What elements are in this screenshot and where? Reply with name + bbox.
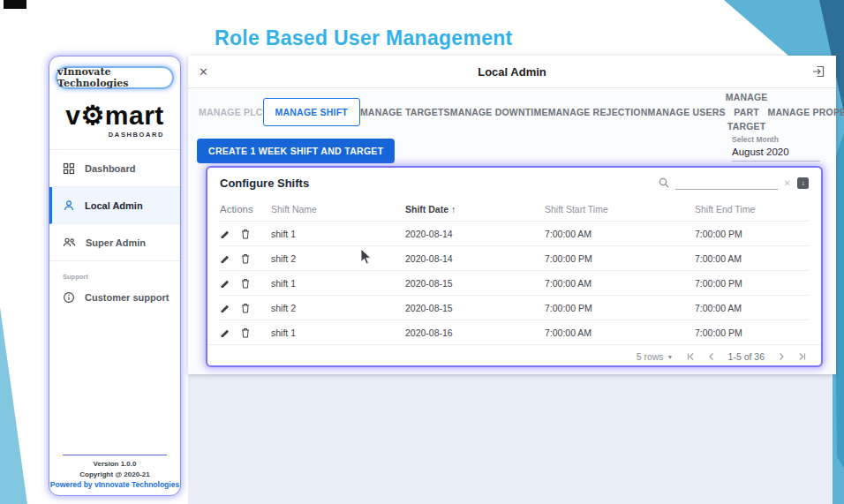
edit-icon[interactable]	[220, 229, 230, 238]
month-select-label: Select Month	[732, 135, 820, 144]
support-section-label: Support	[63, 273, 180, 281]
tab-manage-rejection[interactable]: MANAGE REJECTION	[548, 107, 648, 117]
chevron-down-icon: ▼	[667, 354, 674, 360]
export-icon[interactable]: ↓	[797, 177, 809, 189]
window-title: Local Admin	[188, 65, 836, 79]
brand-subtitle: DASHBOARD	[49, 131, 180, 139]
sidebar-item-label: Dashboard	[85, 163, 135, 174]
cell-shift-name: shift 1	[271, 327, 405, 338]
delete-icon[interactable]	[241, 253, 250, 264]
cell-shift-end: 7:00:00 PM	[695, 278, 809, 289]
sidebar: vInnovate Technologies v⚙mart DASHBOARD …	[49, 56, 181, 496]
page-title: Role Based User Management	[215, 26, 513, 50]
edit-icon[interactable]	[220, 327, 230, 337]
slide-corner-mark	[4, 0, 26, 9]
next-page-icon[interactable]	[777, 352, 786, 361]
info-icon	[63, 291, 75, 304]
cell-shift-date: 2020-08-14	[405, 253, 545, 264]
cell-shift-name: shift 1	[271, 278, 405, 289]
sidebar-item-label: Super Admin	[86, 237, 146, 248]
col-shift-start[interactable]: Shift Start Time	[545, 204, 695, 214]
cell-shift-start: 7:00:00 AM	[545, 327, 695, 338]
edit-icon[interactable]	[220, 278, 230, 288]
month-select-value[interactable]: August 2020	[732, 144, 820, 162]
sidebar-item-label: Local Admin	[85, 200, 143, 211]
sidebar-item-label: Customer support	[85, 292, 169, 303]
cell-shift-end: 7:00:00 AM	[695, 303, 809, 313]
col-actions: Actions	[220, 204, 271, 214]
search-input[interactable]	[675, 177, 778, 190]
tab-bar: MANAGE PLC MANAGE SHIFT MANAGE TARGETS M…	[188, 93, 836, 132]
clear-search-icon[interactable]: ✕	[784, 178, 791, 188]
shifts-table: Actions Shift Name Shift Date ↑ Shift St…	[207, 198, 821, 344]
vsmart-brand: v⚙mart	[49, 102, 180, 129]
local-admin-window: ✕ Local Admin MANAGE PLC MANAGE SHIFT MA…	[188, 56, 836, 374]
search-icon	[659, 177, 669, 188]
cell-shift-date: 2020-08-14	[405, 229, 545, 239]
people-icon	[63, 237, 76, 248]
tab-manage-plc[interactable]: MANAGE PLC	[199, 107, 263, 117]
search-group: ✕ ↓	[659, 177, 809, 190]
tab-manage-users[interactable]: MANAGE USERS	[648, 107, 726, 117]
powered-by-text: Powered by vInnovate Technologies	[49, 479, 180, 491]
sidebar-item-super-admin[interactable]: Super Admin	[49, 224, 180, 261]
copyright-text: Copyright @ 2020-21	[49, 470, 180, 480]
cell-shift-name: shift 2	[271, 303, 405, 313]
cell-shift-end: 7:00:00 PM	[695, 327, 809, 338]
cell-shift-end: 7:00:00 AM	[695, 253, 809, 264]
cell-shift-start: 7:00:00 AM	[545, 229, 695, 239]
cell-shift-date: 2020-08-15	[405, 278, 545, 289]
sidebar-item-local-admin[interactable]: Local Admin	[49, 187, 180, 224]
rows-per-page-select[interactable]: 5 rows ▼	[637, 351, 674, 362]
cell-shift-start: 7:00:00 PM	[545, 253, 695, 264]
sort-asc-icon: ↑	[451, 204, 456, 214]
pagination-bar: 5 rows ▼ 1-5 of 36	[207, 344, 821, 368]
cell-shift-date: 2020-08-15	[405, 303, 545, 313]
edit-icon[interactable]	[220, 253, 230, 263]
card-title: Configure Shifts	[220, 177, 309, 190]
table-row: shift 1 2020-08-16 7:00:00 AM 7:00:00 PM	[220, 320, 809, 344]
tab-manage-downtime[interactable]: MANAGE DOWNTIME	[450, 107, 548, 117]
table-header-row: Actions Shift Name Shift Date ↑ Shift St…	[220, 198, 809, 221]
tab-manage-property[interactable]: MANAGE PROPERTY	[768, 107, 844, 117]
slide-canvas: Role Based User Management ✕ Local Admin…	[0, 0, 844, 504]
delete-icon[interactable]	[241, 278, 250, 289]
edit-icon[interactable]	[220, 303, 230, 312]
sidebar-item-dashboard[interactable]: Dashboard	[49, 150, 180, 187]
card-header: Configure Shifts ✕ ↓	[207, 168, 821, 198]
vinnovate-logo: vInnovate Technologies	[56, 66, 174, 89]
col-shift-end[interactable]: Shift End Time	[695, 204, 809, 214]
person-icon	[63, 199, 75, 212]
table-row: shift 1 2020-08-14 7:00:00 AM 7:00:00 PM	[220, 221, 809, 245]
table-row: shift 2 2020-08-15 7:00:00 PM 7:00:00 AM	[220, 295, 809, 320]
cell-shift-start: 7:00:00 AM	[545, 278, 695, 289]
page-background-panel	[188, 371, 833, 504]
configure-shifts-card: Configure Shifts ✕ ↓ Actions Shift Name	[206, 166, 823, 367]
previous-page-icon[interactable]	[707, 352, 716, 361]
create-week-shift-button[interactable]: CREATE 1 WEEK SHIFT AND TARGET	[197, 139, 395, 163]
cell-shift-date: 2020-08-16	[405, 327, 545, 338]
last-page-icon[interactable]	[798, 352, 807, 361]
window-header: ✕ Local Admin	[188, 56, 836, 88]
tab-manage-part-target[interactable]: MANAGE PART TARGET	[726, 90, 768, 134]
mouse-cursor	[360, 248, 373, 266]
version-text: Version 1.0.0	[49, 459, 180, 470]
actions-row: CREATE 1 WEEK SHIFT AND TARGET Select Mo…	[188, 133, 836, 169]
col-shift-name[interactable]: Shift Name	[271, 204, 405, 214]
col-shift-date[interactable]: Shift Date ↑	[405, 204, 545, 214]
gear-icon: ⚙	[80, 101, 104, 130]
tab-manage-targets[interactable]: MANAGE TARGETS	[360, 107, 450, 117]
delete-icon[interactable]	[241, 327, 250, 338]
table-row: shift 2 2020-08-14 7:00:00 PM 7:00:00 AM	[220, 245, 809, 270]
sidebar-item-customer-support[interactable]: Customer support	[49, 281, 180, 314]
divider	[63, 455, 167, 455]
grid-icon	[63, 162, 75, 175]
cell-shift-name: shift 2	[271, 253, 405, 264]
delete-icon[interactable]	[241, 303, 250, 313]
month-select[interactable]: Select Month August 2020	[732, 135, 820, 162]
cell-shift-name: shift 1	[271, 229, 405, 239]
first-page-icon[interactable]	[686, 352, 695, 361]
tab-manage-shift[interactable]: MANAGE SHIFT	[263, 98, 360, 126]
table-row: shift 1 2020-08-15 7:00:00 AM 7:00:00 PM	[220, 270, 809, 295]
delete-icon[interactable]	[241, 229, 250, 239]
